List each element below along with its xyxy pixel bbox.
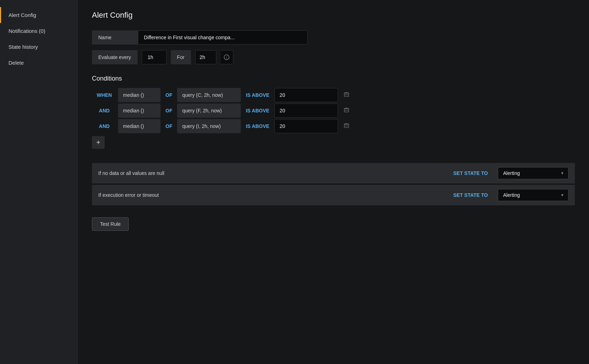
condition-connector-1: WHEN [92, 89, 117, 101]
condition-comparator-3[interactable]: IS ABOVE [242, 120, 273, 133]
state-select-1[interactable]: Alerting No Data Keep Last State OK [498, 167, 568, 179]
state-text-2: If execution error or timeout [98, 192, 440, 198]
name-row: Name Difference in First visual change c… [92, 30, 575, 45]
page-title: Alert Config [92, 11, 575, 20]
state-select-wrapper-1: Alerting No Data Keep Last State OK [498, 167, 568, 179]
name-label: Name [92, 30, 138, 45]
sidebar-item-alert-config[interactable]: Alert Config [0, 7, 77, 23]
condition-of-3: OF [162, 120, 176, 133]
condition-value-1[interactable]: 20 [274, 88, 338, 102]
svg-rect-10 [344, 124, 349, 128]
condition-row-3: AND median () OF query (I, 2h, now) IS A… [92, 119, 575, 133]
condition-delete-1[interactable] [339, 88, 354, 102]
info-icon: i [221, 50, 233, 64]
for-value[interactable]: 2h [195, 50, 216, 64]
test-rule-button[interactable]: Test Rule [92, 217, 129, 231]
state-section: If no data or all values are null SET ST… [92, 163, 575, 205]
sidebar-item-notifications[interactable]: Notifications (0) [0, 23, 77, 39]
evaluate-label: Evaluate every [92, 50, 138, 64]
name-value[interactable]: Difference in First visual change compa.… [138, 30, 308, 45]
condition-of-2: OF [162, 104, 176, 117]
state-text-1: If no data or all values are null [98, 170, 440, 176]
conditions-title: Conditions [92, 75, 575, 82]
evaluate-row: Evaluate every 1h For 2h i [92, 50, 575, 64]
svg-rect-2 [344, 93, 349, 96]
condition-value-3[interactable]: 20 [274, 119, 338, 133]
state-select-wrapper-2: Alerting No Data Keep Last State OK [498, 189, 568, 201]
condition-func-3[interactable]: median () [118, 119, 161, 133]
condition-comparator-2[interactable]: IS ABOVE [242, 104, 273, 117]
condition-connector-3: AND [92, 120, 117, 133]
condition-row-2: AND median () OF query (F, 2h, now) IS A… [92, 104, 575, 118]
evaluate-value[interactable]: 1h [142, 50, 167, 64]
svg-rect-6 [344, 108, 349, 112]
conditions-list: WHEN median () OF query (C, 2h, now) IS … [92, 88, 575, 133]
condition-comparator-1[interactable]: IS ABOVE [242, 89, 273, 101]
condition-row-1: WHEN median () OF query (C, 2h, now) IS … [92, 88, 575, 102]
condition-connector-2: AND [92, 104, 117, 117]
set-state-label-2: SET STATE TO [445, 192, 488, 198]
condition-query-2[interactable]: query (F, 2h, now) [177, 104, 241, 118]
main-content: Alert Config Name Difference in First vi… [78, 0, 589, 364]
state-row-2: If execution error or timeout SET STATE … [92, 185, 575, 205]
svg-text:i: i [226, 55, 227, 59]
condition-delete-2[interactable] [339, 104, 354, 118]
condition-delete-3[interactable] [339, 119, 354, 133]
state-select-2[interactable]: Alerting No Data Keep Last State OK [498, 189, 568, 201]
condition-value-2[interactable]: 20 [274, 104, 338, 118]
sidebar-item-delete[interactable]: Delete [0, 55, 77, 71]
condition-func-2[interactable]: median () [118, 104, 161, 118]
state-row-1: If no data or all values are null SET ST… [92, 163, 575, 183]
add-condition-button[interactable]: + [92, 136, 105, 149]
for-label: For [171, 50, 191, 64]
condition-query-1[interactable]: query (C, 2h, now) [177, 88, 241, 102]
sidebar: Alert Config Notifications (0) State his… [0, 0, 78, 364]
set-state-label-1: SET STATE TO [445, 170, 488, 176]
condition-of-1: OF [162, 89, 176, 101]
condition-query-3[interactable]: query (I, 2h, now) [177, 119, 241, 133]
condition-func-1[interactable]: median () [118, 88, 161, 102]
sidebar-item-state-history[interactable]: State history [0, 39, 77, 55]
